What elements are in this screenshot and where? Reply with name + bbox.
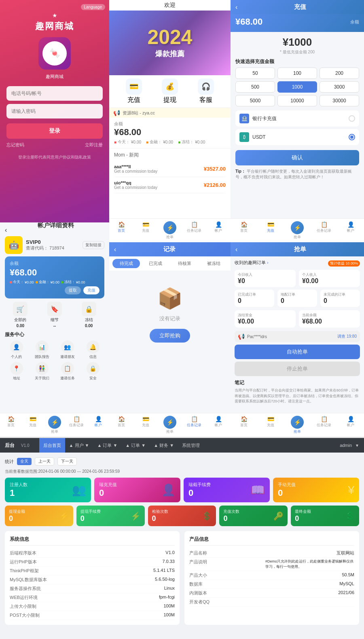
admin-nav-system[interactable]: 系统管理 [178, 438, 204, 453]
nav-account-2[interactable]: 👤 帐户 [206, 220, 231, 241]
admin-nav-finance[interactable]: ▲ 财务 ▼ [150, 438, 178, 453]
service-team[interactable]: 📊 团队报告 [30, 341, 53, 360]
nav-recharge-1[interactable]: 💳 充值 [22, 415, 44, 435]
tab-accounting[interactable]: 待核算 [171, 259, 198, 268]
nav-grab-1[interactable]: ⚡ 抢单 [44, 415, 66, 435]
nav-recharge-2[interactable]: 💳 充值 [133, 220, 158, 241]
service-about[interactable]: 👫 关于我们 [30, 362, 53, 381]
icon-recharge-label: 充值 [127, 96, 140, 104]
tab-completed[interactable]: 已完成 [142, 259, 169, 268]
nav-home-1[interactable]: 🏠 首页 [0, 415, 22, 435]
admin-nav-orders1[interactable]: ▲ 订单 ▼ [93, 438, 121, 453]
grab-now-button[interactable]: 立即抢购 [150, 329, 190, 343]
nav-home-3[interactable]: 🏠 首页 [109, 415, 133, 435]
tab-pending[interactable]: 待完成 [112, 259, 140, 268]
filter-month-button[interactable]: 下一天 [57, 457, 77, 465]
stat-card-commission: 瑞截手续费 0 📖 [184, 478, 270, 502]
stop-grab-button[interactable]: 停止抢单 [235, 362, 360, 376]
nav-account-1[interactable]: 👤 帐户 [87, 415, 109, 435]
menu-all[interactable]: 🛒 全部的 0.00 [5, 302, 36, 328]
phone-input[interactable] [6, 86, 103, 101]
home-frozen-val: ¥0.00 [195, 140, 205, 144]
recharge-method-usdt[interactable]: ₿ USDT [235, 129, 359, 145]
menu-detail[interactable]: 🔖 细节 -- [39, 302, 70, 328]
service-invite[interactable]: 👥 邀请朋友 [56, 341, 79, 360]
nav-grab-2[interactable]: ⚡ 抢单 [158, 220, 182, 241]
register-link[interactable]: 立即注册 [85, 142, 103, 148]
remaining-val: ¥68.00 [302, 318, 357, 325]
quick-200[interactable]: 200 [320, 68, 359, 79]
admin-nav-orders2[interactable]: ▲ 订单 ▼ [121, 438, 150, 453]
filter-all-button[interactable]: 全天 [17, 458, 32, 465]
nav-records-4[interactable]: 📋 任务记录 [311, 220, 337, 241]
nav-home-5[interactable]: 🏠 首页 [231, 415, 257, 435]
icon-recharge[interactable]: 💳 充值 [126, 78, 142, 104]
nav-recharge-4[interactable]: 💳 充值 [257, 220, 284, 241]
recharge-confirm-button[interactable]: 确认 [235, 150, 359, 165]
copy-link-button[interactable]: 复制链接 [83, 241, 104, 249]
grab-circle-2: ⚡ [163, 221, 176, 234]
grab-circle-1: ⚡ [48, 416, 61, 429]
nav-grab-label-1: 抢单 [51, 429, 58, 434]
bank-radio[interactable] [349, 115, 355, 122]
forgot-password-link[interactable]: 忘记密码 [6, 142, 24, 148]
nav-records-2[interactable]: 📋 任务记录 [182, 220, 206, 241]
nav-recharge-3[interactable]: 💳 充值 [133, 415, 158, 435]
quick-3000[interactable]: 3000 [320, 81, 359, 93]
admin-nav-home[interactable]: 后台首页 [39, 438, 65, 453]
quick-1000[interactable]: 1000 [277, 81, 317, 93]
nav-records-3[interactable]: 📋 任务记录 [182, 415, 206, 435]
nav-account-5[interactable]: 👤 帐户 [337, 415, 364, 435]
login-button[interactable]: 登录 [6, 123, 103, 139]
nav-records-1[interactable]: 📋 任务记录 [66, 415, 87, 435]
recharge-input-section: ¥1000 * 最低充值金额 200 [235, 36, 359, 55]
service-address[interactable]: 📍 地址 [5, 362, 28, 381]
recharge-back-button[interactable]: ‹ [235, 4, 237, 11]
service-personal[interactable]: 👤 个人的 [5, 341, 28, 360]
usdt-radio[interactable] [349, 134, 355, 140]
quick-500[interactable]: 500 [235, 81, 275, 93]
withdraw-button[interactable]: 提取 [65, 286, 81, 294]
quick-10000[interactable]: 10000 [277, 95, 317, 106]
prod-row-5: 内测版本 2021/06 [189, 589, 354, 598]
nav-grab-5[interactable]: ⚡ 抢单 [284, 415, 311, 435]
nav-home-2[interactable]: 🏠 首页 [109, 220, 133, 241]
today-label: 今天： [13, 279, 24, 285]
grab-back-button[interactable]: ‹ [235, 246, 237, 253]
icon-service[interactable]: 🎧 客服 [198, 78, 214, 104]
records-back-button[interactable]: ‹ [114, 246, 116, 253]
nav-grab-4[interactable]: ⚡ 抢单 [284, 220, 311, 241]
nav-account-4[interactable]: 👤 帐户 [337, 220, 364, 241]
auto-grab-button[interactable]: 自动抢单 [235, 345, 360, 359]
grab-order-amount[interactable]: 调查 19:80 [337, 334, 357, 339]
service-message[interactable]: 🔔 信息 [81, 341, 104, 360]
quick-30000[interactable]: 30000 [320, 95, 359, 106]
nav-records-5[interactable]: 📋 任务记录 [311, 415, 337, 435]
prod-row-4: 数据库 MySQL [189, 580, 354, 589]
icon-withdraw[interactable]: 💰 提现 [162, 78, 178, 104]
password-input[interactable] [6, 104, 103, 118]
service-task[interactable]: 📋 邀请任务 [56, 362, 79, 381]
grab-received-label[interactable]: 收到的趣网订单 › [235, 260, 269, 266]
service-security[interactable]: 🔒 安全 [81, 362, 104, 381]
nav-recharge-5[interactable]: 💳 充值 [257, 415, 284, 435]
topup-button[interactable]: 充值 [83, 286, 99, 294]
icon-withdraw-label: 提现 [163, 96, 176, 104]
tab-frozen[interactable]: 被冻结 [200, 259, 227, 268]
admin-dropdown-icon[interactable]: ▼ [355, 443, 359, 448]
stat-card2-withdraw: 提现金额 0 ⚡ [5, 506, 73, 526]
menu-frozen[interactable]: 🔒 冻结 0.00 [73, 302, 104, 328]
nav-grab-3[interactable]: ⚡ 抢单 [158, 415, 182, 435]
admin-nav-users[interactable]: ▲ 用户 ▼ [65, 438, 93, 453]
quick-100[interactable]: 100 [277, 68, 317, 79]
language-button[interactable]: Language [81, 4, 106, 10]
personal-income-val: ¥0.00 [302, 277, 357, 285]
nav-home-4[interactable]: 🏠 首页 [231, 220, 257, 241]
grab-order-user: Pac****idrs [247, 334, 267, 339]
nav-account-3[interactable]: 👤 帐户 [206, 415, 231, 435]
quick-5000[interactable]: 5000 [235, 95, 275, 106]
home-income-val: ¥0.00 [163, 140, 173, 144]
quick-50[interactable]: 50 [235, 68, 275, 79]
filter-week-button[interactable]: 上一天 [35, 457, 54, 465]
recharge-method-bank[interactable]: 🏦 银行卡充值 [235, 110, 359, 127]
